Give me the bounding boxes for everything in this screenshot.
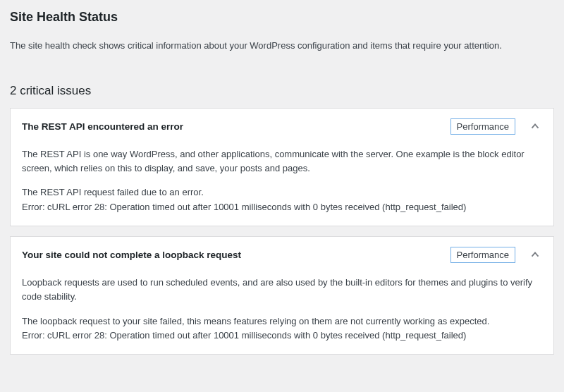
issues-count-heading: 2 critical issues: [10, 84, 554, 98]
issue-paragraph: Loopback requests are used to run schedu…: [22, 276, 542, 304]
performance-badge: Performance: [450, 247, 515, 264]
issue-paragraph: The loopback request to your site failed…: [22, 314, 542, 343]
issue-card: The REST API encountered an error Perfor…: [10, 108, 554, 226]
issue-header-right: Performance: [450, 247, 542, 264]
performance-badge: Performance: [450, 118, 515, 135]
chevron-up-icon: [528, 247, 542, 262]
page-title: Site Health Status: [10, 10, 554, 25]
issue-header-right: Performance: [450, 118, 542, 135]
issue-body: Loopback requests are used to run schedu…: [11, 273, 553, 354]
issue-title: The REST API encountered an error: [22, 121, 450, 132]
issue-toggle-header[interactable]: Your site could not complete a loopback …: [11, 237, 553, 274]
issue-body: The REST API is one way WordPress, and o…: [11, 145, 553, 226]
issue-card: Your site could not complete a loopback …: [10, 236, 554, 355]
issue-paragraph: The REST API is one way WordPress, and o…: [22, 147, 542, 176]
chevron-up-icon: [528, 119, 542, 133]
page-description: The site health check shows critical inf…: [10, 39, 554, 53]
issue-title: Your site could not complete a loopback …: [22, 250, 450, 260]
issue-paragraph: The REST API request failed due to an er…: [22, 185, 542, 214]
issue-toggle-header[interactable]: The REST API encountered an error Perfor…: [11, 109, 553, 145]
